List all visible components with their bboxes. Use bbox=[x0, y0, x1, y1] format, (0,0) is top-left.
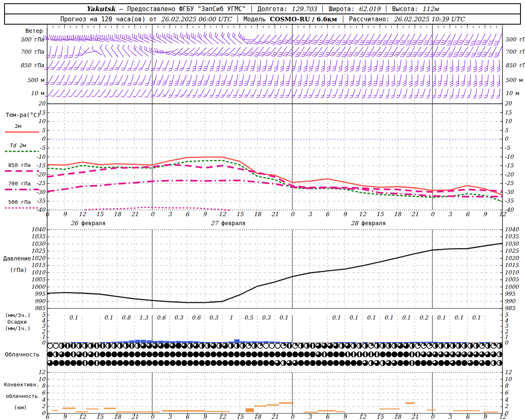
svg-text:12: 12 bbox=[359, 211, 367, 217]
svg-text:-5: -5 bbox=[504, 144, 511, 151]
svg-text:8: 8 bbox=[41, 382, 46, 389]
svg-text:26 февраля: 26 февраля bbox=[71, 220, 105, 226]
cloud-row-2 bbox=[48, 361, 502, 366]
svg-text:6: 6 bbox=[185, 413, 189, 420]
svg-text:1005: 1005 bbox=[504, 276, 519, 283]
svg-text:12: 12 bbox=[38, 369, 46, 375]
svg-text:-20: -20 bbox=[504, 171, 514, 178]
svg-text:3: 3 bbox=[168, 211, 172, 217]
svg-text:4: 4 bbox=[504, 396, 508, 403]
svg-text:0.1: 0.1 bbox=[384, 314, 393, 321]
svg-text:9: 9 bbox=[483, 211, 487, 217]
svg-text:0.1: 0.1 bbox=[104, 314, 113, 321]
meteogram-chart: 2020151510105500-5-5-10-10-15-15-20-20-2… bbox=[0, 0, 525, 420]
svg-text:9: 9 bbox=[63, 413, 67, 420]
svg-text:15: 15 bbox=[376, 413, 384, 420]
cloud-row-0 bbox=[48, 343, 502, 349]
svg-text:3: 3 bbox=[308, 413, 312, 420]
svg-text:985: 985 bbox=[34, 305, 46, 311]
svg-text:1000: 1000 bbox=[31, 283, 46, 290]
svg-text:0.6: 0.6 bbox=[157, 314, 166, 321]
svg-text:0.8: 0.8 bbox=[121, 314, 131, 321]
cloud-row-1 bbox=[48, 352, 502, 357]
svg-text:-15: -15 bbox=[504, 162, 514, 169]
svg-text:-25: -25 bbox=[504, 180, 514, 186]
svg-text:0.1: 0.1 bbox=[454, 314, 463, 321]
svg-text:0: 0 bbox=[290, 413, 294, 420]
svg-text:10: 10 bbox=[504, 118, 512, 124]
svg-text:3: 3 bbox=[448, 211, 452, 217]
svg-text:1010: 1010 bbox=[504, 269, 519, 276]
svg-text:-25: -25 bbox=[36, 180, 46, 186]
svg-text:1.3: 1.3 bbox=[139, 314, 148, 321]
svg-text:18: 18 bbox=[253, 211, 261, 217]
svg-text:985: 985 bbox=[504, 305, 516, 311]
svg-text:6: 6 bbox=[326, 211, 330, 217]
svg-text:20: 20 bbox=[504, 100, 512, 107]
temperature-legend-samples bbox=[5, 132, 39, 208]
svg-text:18: 18 bbox=[394, 413, 402, 420]
svg-text:15: 15 bbox=[96, 211, 104, 217]
svg-text:3: 3 bbox=[168, 413, 172, 420]
svg-text:0: 0 bbox=[504, 135, 509, 142]
svg-text:6: 6 bbox=[185, 211, 189, 217]
svg-text:12: 12 bbox=[219, 413, 226, 420]
svg-text:-10: -10 bbox=[504, 153, 514, 160]
svg-text:1030: 1030 bbox=[31, 240, 46, 247]
svg-text:0.3: 0.3 bbox=[262, 314, 271, 321]
svg-text:6: 6 bbox=[46, 211, 50, 217]
svg-text:10: 10 bbox=[504, 376, 512, 382]
wind-barbs-row-3 bbox=[45, 75, 500, 87]
svg-text:15: 15 bbox=[504, 109, 512, 116]
svg-text:21: 21 bbox=[131, 211, 139, 217]
svg-text:12: 12 bbox=[78, 413, 86, 420]
svg-text:21: 21 bbox=[271, 211, 278, 217]
svg-text:6: 6 bbox=[466, 211, 470, 217]
svg-text:1020: 1020 bbox=[504, 255, 519, 261]
svg-text:9: 9 bbox=[343, 211, 347, 217]
svg-text:0: 0 bbox=[431, 413, 435, 420]
svg-text:6: 6 bbox=[504, 389, 509, 396]
svg-text:500 гПа: 500 гПа bbox=[21, 36, 44, 43]
svg-text:21: 21 bbox=[411, 413, 419, 420]
svg-text:12: 12 bbox=[359, 413, 367, 420]
svg-text:700 гПа: 700 гПа bbox=[505, 48, 525, 55]
svg-text:18: 18 bbox=[114, 413, 121, 420]
temp-series-850 гПа bbox=[47, 165, 502, 192]
svg-text:6: 6 bbox=[46, 413, 50, 420]
svg-text:15: 15 bbox=[376, 211, 384, 217]
svg-text:0: 0 bbox=[151, 413, 155, 420]
svg-text:12: 12 bbox=[504, 369, 512, 375]
svg-text:0: 0 bbox=[504, 339, 509, 346]
svg-text:9: 9 bbox=[203, 413, 207, 420]
wind-barbs-row-1 bbox=[46, 45, 502, 59]
svg-text:1040: 1040 bbox=[504, 226, 519, 233]
svg-text:-5: -5 bbox=[40, 144, 46, 151]
svg-text:0.1: 0.1 bbox=[69, 314, 78, 321]
svg-text:0.1: 0.1 bbox=[349, 314, 358, 321]
svg-text:1035: 1035 bbox=[31, 233, 46, 240]
svg-text:8: 8 bbox=[504, 382, 509, 389]
svg-text:-40: -40 bbox=[36, 206, 46, 213]
svg-text:500 гПа: 500 гПа bbox=[505, 36, 525, 43]
svg-text:10 м: 10 м bbox=[31, 90, 44, 96]
svg-text:5: 5 bbox=[504, 127, 509, 133]
svg-text:0.1: 0.1 bbox=[367, 314, 375, 321]
wind-barbs-row-0 bbox=[43, 32, 502, 45]
svg-text:0: 0 bbox=[151, 211, 155, 217]
svg-text:995: 995 bbox=[34, 290, 46, 297]
svg-text:1025: 1025 bbox=[504, 247, 519, 254]
svg-text:6: 6 bbox=[326, 413, 330, 420]
wind-barbs-row-2 bbox=[44, 60, 500, 72]
svg-text:1005: 1005 bbox=[31, 276, 46, 283]
svg-text:1010: 1010 bbox=[31, 269, 46, 276]
svg-text:21: 21 bbox=[271, 413, 278, 420]
svg-text:15: 15 bbox=[236, 413, 244, 420]
wind-barbs-row-4 bbox=[45, 89, 500, 98]
svg-text:995: 995 bbox=[504, 290, 516, 297]
svg-text:990: 990 bbox=[504, 298, 516, 304]
svg-text:9: 9 bbox=[343, 413, 347, 420]
svg-text:12: 12 bbox=[499, 211, 507, 217]
svg-text:-15: -15 bbox=[36, 162, 46, 169]
svg-text:-35: -35 bbox=[36, 197, 46, 204]
